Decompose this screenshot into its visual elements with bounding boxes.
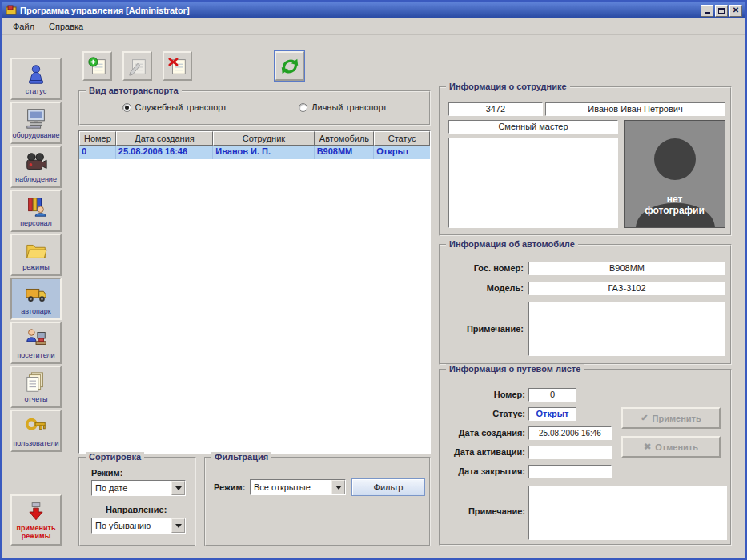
sidebar-label: посетители bbox=[17, 351, 54, 359]
waybill-created-field[interactable]: 25.08.2006 16:46 bbox=[528, 426, 612, 440]
sorting-mode-combo[interactable]: По дате bbox=[91, 480, 186, 496]
sidebar-item-modes[interactable]: режимы bbox=[10, 234, 62, 276]
title-bar[interactable]: Программа управления [Administrator] ✕ bbox=[2, 2, 745, 18]
check-icon: ✔ bbox=[641, 413, 648, 423]
menu-bar: Файл Справка bbox=[2, 18, 745, 35]
car-note-area[interactable] bbox=[528, 302, 725, 356]
car-plate-label: Гос. номер: bbox=[444, 263, 524, 273]
sidebar-label: оборудование bbox=[12, 131, 59, 139]
radio-label: Служебный транспорт bbox=[135, 102, 227, 112]
edit-record-button[interactable] bbox=[122, 51, 152, 81]
delete-record-button[interactable] bbox=[163, 51, 192, 81]
waybill-activated-field[interactable] bbox=[528, 446, 612, 459]
cell-created: 25.08.2006 16:46 bbox=[116, 146, 213, 159]
sorting-direction-combo[interactable]: По убыванию bbox=[91, 518, 186, 534]
car-model-label: Модель: bbox=[444, 283, 524, 293]
column-header-created[interactable]: Дата создания bbox=[116, 131, 213, 146]
sidebar-item-fleet[interactable]: автопарк bbox=[10, 278, 62, 320]
waybill-closed-field[interactable] bbox=[528, 465, 612, 478]
waybill-info-title: Информация о путевом листе bbox=[446, 364, 584, 374]
car-info-group: Информация об автомобиле Гос. номер: В90… bbox=[439, 244, 732, 365]
cell-number: 0 bbox=[79, 146, 116, 159]
cell-car: В908ММ bbox=[315, 146, 375, 159]
cell-status: Открыт bbox=[374, 146, 430, 159]
column-header-number[interactable]: Номер bbox=[79, 131, 116, 146]
chevron-down-icon[interactable] bbox=[171, 518, 185, 533]
employee-note-area[interactable] bbox=[448, 138, 618, 228]
employee-photo: нет фотографии bbox=[624, 120, 725, 228]
column-header-car[interactable]: Автомобиль bbox=[315, 131, 375, 146]
sidebar-label: пользователи bbox=[13, 439, 58, 447]
sidebar-item-personnel[interactable]: персонал bbox=[10, 190, 62, 232]
sorting-mode-label: Режим: bbox=[91, 468, 122, 478]
filtering-title: Фильтрация bbox=[211, 452, 271, 462]
waybill-note-label: Примечание: bbox=[444, 506, 525, 516]
sidebar-item-status[interactable]: статус bbox=[10, 58, 62, 100]
employee-id-field[interactable]: 3472 bbox=[448, 102, 543, 116]
minimize-button[interactable] bbox=[701, 5, 713, 17]
sorting-direction-label: Направление: bbox=[106, 505, 167, 514]
sidebar-item-users[interactable]: пользователи bbox=[10, 410, 62, 452]
visitors-icon bbox=[24, 326, 48, 350]
radio-icon bbox=[122, 103, 131, 112]
car-note-label: Примечание: bbox=[444, 324, 524, 334]
waybill-number-field[interactable]: 0 bbox=[528, 388, 576, 402]
employee-info-group: Информация о сотруднике 3472 Иванов Иван… bbox=[439, 86, 732, 236]
apply-modes-button[interactable]: применить режимы bbox=[10, 494, 62, 546]
sidebar-item-reports[interactable]: отчеты bbox=[10, 366, 62, 408]
sidebar-item-visitors[interactable]: посетители bbox=[10, 322, 62, 364]
refresh-icon bbox=[279, 56, 300, 77]
employee-position-field[interactable]: Сменный мастер bbox=[448, 120, 618, 134]
waybill-apply-label: Применить bbox=[653, 414, 701, 423]
sorting-mode-value: По дате bbox=[92, 481, 171, 495]
sidebar-label: персонал bbox=[20, 219, 52, 227]
cell-employee: Иванов И. П. bbox=[213, 146, 314, 159]
edit-record-icon bbox=[127, 56, 148, 77]
waybill-status-field[interactable]: Открыт bbox=[528, 407, 576, 421]
menu-file[interactable]: Файл bbox=[6, 19, 42, 34]
filtering-group: Фильтрация Режим: Все открытые Фильтр bbox=[204, 457, 431, 546]
maximize-button[interactable] bbox=[715, 5, 728, 17]
reports-icon bbox=[24, 370, 48, 394]
table-row[interactable]: 0 25.08.2006 16:46 Иванов И. П. В908ММ О… bbox=[79, 146, 430, 159]
vehicle-type-title: Вид автотранспорта bbox=[86, 86, 182, 95]
sidebar-item-surveillance[interactable]: наблюдение bbox=[10, 146, 62, 188]
menu-help[interactable]: Справка bbox=[42, 19, 90, 34]
filtering-mode-combo[interactable]: Все открытые bbox=[250, 479, 346, 495]
sorting-group: Сортировка Режим: По дате Направление: П… bbox=[78, 457, 196, 546]
add-record-button[interactable] bbox=[82, 51, 112, 81]
waybill-note-area[interactable] bbox=[528, 486, 727, 540]
cross-icon: ✖ bbox=[644, 442, 651, 452]
modes-icon bbox=[24, 238, 48, 262]
app-icon bbox=[6, 5, 17, 16]
waybill-cancel-button[interactable]: ✖ Отменить bbox=[621, 436, 721, 458]
column-header-status[interactable]: Статус bbox=[374, 131, 430, 146]
waybill-apply-button[interactable]: ✔ Применить bbox=[621, 407, 721, 429]
window-title: Программа управления [Administrator] bbox=[20, 6, 190, 15]
filter-button[interactable]: Фильтр bbox=[351, 478, 425, 496]
sidebar-label: отчеты bbox=[25, 395, 48, 403]
employee-info-title: Информация о сотруднике bbox=[446, 82, 570, 91]
radio-official-transport[interactable]: Служебный транспорт bbox=[122, 102, 227, 112]
personnel-icon bbox=[24, 194, 48, 218]
waybill-created-label: Дата создания: bbox=[444, 428, 525, 438]
refresh-button[interactable] bbox=[275, 51, 304, 81]
chevron-down-icon[interactable] bbox=[171, 481, 185, 495]
radio-personal-transport[interactable]: Личный транспорт bbox=[299, 102, 387, 112]
chevron-down-icon[interactable] bbox=[331, 480, 345, 494]
add-record-icon bbox=[87, 56, 108, 77]
waybill-number-label: Номер: bbox=[444, 390, 525, 399]
employee-name-field[interactable]: Иванов Иван Петрович bbox=[545, 102, 725, 116]
waybill-info-group: Информация о путевом листе Номер: 0 Стат… bbox=[439, 369, 732, 546]
radio-icon bbox=[299, 103, 307, 112]
surveillance-icon bbox=[24, 150, 48, 174]
sidebar-item-equipment[interactable]: оборудование bbox=[10, 102, 62, 144]
sidebar-label: автопарк bbox=[21, 307, 50, 315]
apply-modes-icon bbox=[26, 501, 46, 523]
sorting-direction-value: По убыванию bbox=[92, 518, 171, 533]
car-model-field[interactable]: ГАЗ-3102 bbox=[528, 282, 725, 295]
car-plate-field[interactable]: В908ММ bbox=[528, 262, 725, 275]
column-header-employee[interactable]: Сотрудник bbox=[213, 131, 314, 146]
close-button[interactable]: ✕ bbox=[729, 5, 742, 17]
waybills-table[interactable]: Номер Дата создания Сотрудник Автомобиль… bbox=[78, 130, 431, 454]
